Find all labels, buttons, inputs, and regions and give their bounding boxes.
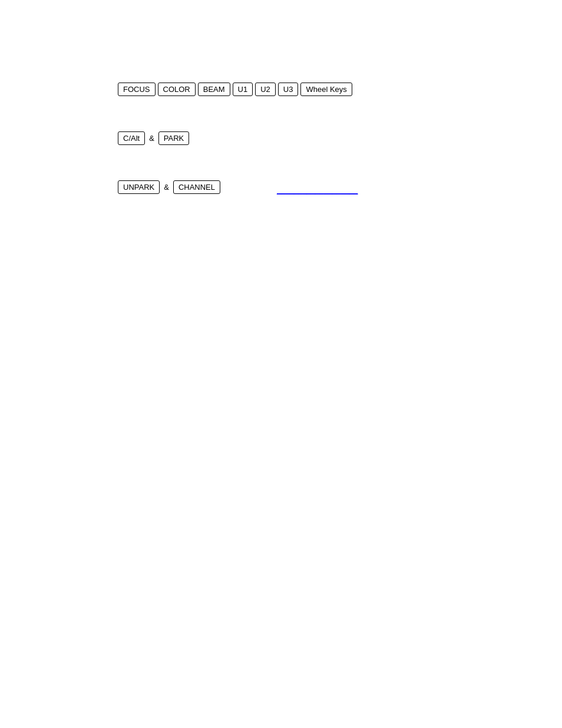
channel-button[interactable]: CHANNEL [173,180,220,194]
row-wheel-keys: FOCUS COLOR BEAM U1 U2 U3 Wheel Keys [118,83,352,96]
focus-button[interactable]: FOCUS [118,83,156,96]
row-park: C/Alt & PARK [118,131,352,145]
wheel-keys-button[interactable]: Wheel Keys [300,83,352,96]
color-button[interactable]: COLOR [158,83,196,96]
blue-link[interactable]: ___________________ [277,186,358,195]
ampersand-1: & [149,134,154,143]
u3-button[interactable]: U3 [278,83,299,96]
unpark-button[interactable]: UNPARK [118,180,160,194]
park-button[interactable]: PARK [158,131,189,145]
c-alt-button[interactable]: C/Alt [118,131,145,145]
u1-button[interactable]: U1 [233,83,253,96]
ampersand-2: & [164,183,169,192]
beam-button[interactable]: BEAM [198,83,230,96]
u2-button[interactable]: U2 [255,83,276,96]
